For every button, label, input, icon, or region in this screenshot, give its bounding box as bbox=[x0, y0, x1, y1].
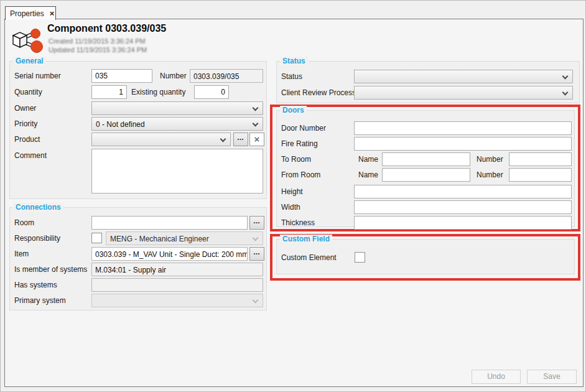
door-number-input[interactable] bbox=[354, 121, 572, 135]
page-title: Component 0303.039/035 bbox=[47, 23, 166, 34]
custom-field-legend: Custom Field bbox=[280, 235, 332, 243]
primary-system-dropdown bbox=[91, 294, 263, 307]
status-dropdown[interactable] bbox=[354, 70, 573, 83]
product-browse-button[interactable]: ••• bbox=[233, 133, 248, 146]
fire-rating-label: Fire Rating bbox=[281, 139, 318, 148]
responsibility-checkbox[interactable] bbox=[91, 233, 102, 243]
number-field: 0303.039/035 bbox=[190, 69, 263, 83]
tab-properties[interactable]: Properties × bbox=[5, 6, 56, 20]
room-browse-button[interactable]: ••• bbox=[249, 216, 264, 230]
connections-legend: Connections bbox=[13, 203, 63, 212]
item-label: Item bbox=[14, 250, 29, 258]
height-input[interactable] bbox=[354, 185, 572, 198]
room-label: Room bbox=[14, 218, 34, 227]
custom-element-checkbox[interactable] bbox=[355, 252, 365, 263]
from-room-name-input[interactable] bbox=[382, 168, 470, 182]
chevron-down-icon bbox=[220, 136, 226, 142]
owner-label: Owner bbox=[14, 104, 36, 113]
owner-dropdown[interactable] bbox=[91, 101, 263, 115]
has-systems-label: Has systems bbox=[14, 281, 57, 289]
chevron-down-icon bbox=[253, 235, 259, 241]
height-label: Height bbox=[281, 187, 303, 196]
responsibility-value: MENG - Mechanical Engineer bbox=[110, 235, 209, 243]
to-room-number-label: Number bbox=[477, 155, 503, 164]
number-label: Number bbox=[160, 72, 187, 80]
from-room-label: From Room bbox=[281, 170, 320, 179]
chevron-down-icon bbox=[253, 105, 259, 111]
doors-legend: Doors bbox=[280, 106, 307, 114]
custom-element-label: Custom Element bbox=[281, 253, 337, 262]
from-room-number-label: Number bbox=[477, 170, 503, 179]
save-button[interactable]: Save bbox=[527, 370, 577, 384]
thickness-input[interactable] bbox=[354, 216, 572, 230]
quantity-input[interactable] bbox=[91, 85, 127, 99]
serial-number-input[interactable] bbox=[91, 69, 152, 83]
has-systems-field bbox=[91, 278, 263, 292]
comment-label: Comment bbox=[14, 151, 47, 160]
existing-quantity-input[interactable] bbox=[194, 85, 229, 99]
chevron-down-icon bbox=[562, 73, 569, 80]
from-room-name-label: Name bbox=[358, 170, 378, 179]
product-label: Product bbox=[14, 135, 40, 144]
undo-button[interactable]: Undo bbox=[472, 370, 521, 384]
status-legend: Status bbox=[280, 57, 308, 65]
priority-value: 0 - Not defined bbox=[96, 120, 145, 129]
width-label: Width bbox=[281, 203, 300, 212]
item-browse-button[interactable]: ••• bbox=[249, 247, 264, 261]
comment-textarea[interactable] bbox=[91, 149, 263, 194]
primary-system-label: Primary system bbox=[14, 296, 66, 305]
client-review-process-dropdown[interactable] bbox=[354, 86, 573, 100]
responsibility-label: Responsibility bbox=[14, 234, 60, 243]
component-icon bbox=[11, 26, 43, 57]
chevron-down-icon bbox=[562, 90, 569, 96]
general-legend: General bbox=[13, 57, 46, 65]
chevron-down-icon bbox=[253, 297, 259, 304]
responsibility-dropdown: MENG - Mechanical Engineer bbox=[106, 231, 263, 245]
door-number-label: Door Number bbox=[281, 124, 326, 133]
is-member-of-systems-label: Is member of systems bbox=[14, 265, 87, 274]
is-member-of-systems-field: M.034:01 - Supply air bbox=[91, 263, 263, 276]
to-room-name-label: Name bbox=[358, 155, 378, 164]
product-clear-button[interactable]: × bbox=[249, 133, 264, 146]
serial-number-label: Serial number bbox=[14, 72, 61, 80]
to-room-name-input[interactable] bbox=[382, 152, 470, 166]
from-room-number-input[interactable] bbox=[509, 168, 572, 182]
tab-close-icon[interactable]: × bbox=[50, 9, 55, 17]
client-review-process-label: Client Review Process bbox=[281, 88, 356, 97]
existing-quantity-label: Existing quantity bbox=[131, 88, 185, 96]
width-input[interactable] bbox=[354, 200, 572, 214]
item-field: 0303.039 - M_VAV Unit - Single Duct: 200… bbox=[91, 247, 248, 261]
thickness-label: Thickness bbox=[281, 218, 315, 227]
to-room-number-input[interactable] bbox=[509, 152, 572, 166]
room-input[interactable] bbox=[91, 216, 248, 230]
to-room-label: To Room bbox=[281, 155, 311, 164]
created-timestamp: Created 11/19/2015 3:36:24 PM bbox=[49, 37, 146, 45]
status-label: Status bbox=[281, 72, 302, 81]
fire-rating-input[interactable] bbox=[354, 137, 572, 151]
chevron-down-icon bbox=[253, 121, 259, 127]
quantity-label: Quantity bbox=[14, 88, 42, 96]
tab-properties-label: Properties bbox=[10, 9, 44, 18]
product-dropdown[interactable] bbox=[91, 133, 231, 146]
priority-label: Priority bbox=[14, 119, 37, 128]
updated-timestamp: Updated 11/19/2015 3:36:24 PM bbox=[49, 46, 147, 54]
priority-dropdown[interactable]: 0 - Not defined bbox=[91, 117, 263, 131]
